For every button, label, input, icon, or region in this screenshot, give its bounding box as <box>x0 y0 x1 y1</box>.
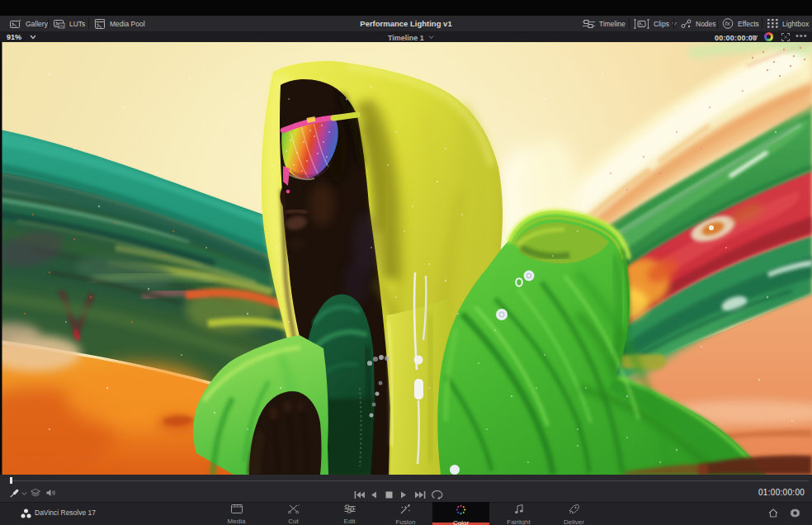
svg-text:fx: fx <box>725 20 730 27</box>
